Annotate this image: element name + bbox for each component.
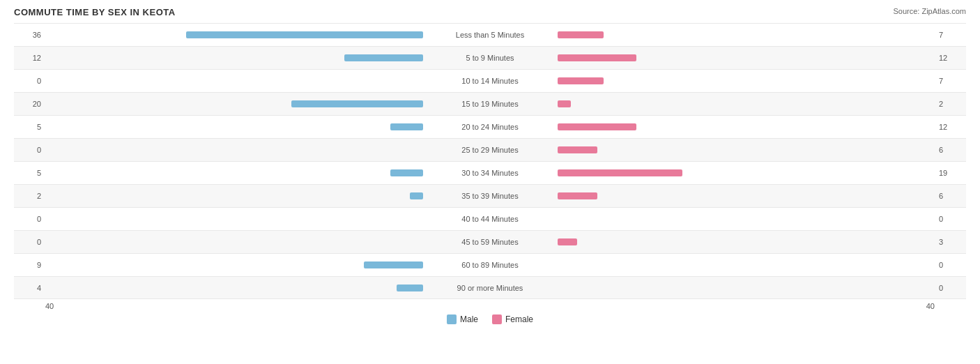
female-bar bbox=[558, 31, 604, 38]
male-value: 0 bbox=[14, 146, 45, 154]
legend-male-label: Male bbox=[460, 314, 478, 324]
chart-row: 12 5 to 9 Minutes 12 bbox=[14, 46, 966, 69]
male-value: 20 bbox=[14, 100, 45, 108]
row-label: 35 to 39 Minutes bbox=[426, 192, 555, 200]
female-bar bbox=[558, 54, 636, 61]
source-label: Source: ZipAtlas.com bbox=[893, 7, 966, 15]
male-bar bbox=[410, 192, 423, 199]
female-value: 0 bbox=[935, 284, 966, 292]
legend-male-box bbox=[447, 314, 457, 324]
male-bar bbox=[344, 54, 423, 61]
female-bar bbox=[558, 238, 577, 245]
female-value: 7 bbox=[935, 31, 966, 39]
female-value: 6 bbox=[935, 192, 966, 200]
legend-female-box bbox=[492, 314, 502, 324]
chart-row: 5 20 to 24 Minutes 12 bbox=[14, 115, 966, 138]
row-label: Less than 5 Minutes bbox=[426, 31, 555, 39]
male-value: 0 bbox=[14, 215, 45, 223]
female-bar bbox=[558, 146, 597, 153]
row-label: 60 to 89 Minutes bbox=[426, 261, 555, 269]
male-value: 5 bbox=[14, 169, 45, 177]
female-value: 6 bbox=[935, 146, 966, 154]
row-label: 25 to 29 Minutes bbox=[426, 146, 555, 154]
chart-row: 5 30 to 34 Minutes 19 bbox=[14, 161, 966, 184]
legend-female-label: Female bbox=[505, 314, 533, 324]
female-bar bbox=[558, 123, 636, 130]
male-value: 4 bbox=[14, 284, 45, 292]
row-label: 45 to 59 Minutes bbox=[426, 238, 555, 246]
male-bar bbox=[390, 123, 423, 130]
female-bar bbox=[558, 100, 571, 107]
row-label: 20 to 24 Minutes bbox=[426, 123, 555, 131]
female-bar bbox=[558, 192, 597, 199]
female-value: 12 bbox=[935, 123, 966, 131]
male-bar bbox=[291, 100, 423, 107]
legend: Male Female bbox=[14, 314, 966, 324]
axis-labels: 40 40 bbox=[14, 302, 966, 310]
chart-row: 0 25 to 29 Minutes 6 bbox=[14, 138, 966, 161]
row-label: 5 to 9 Minutes bbox=[426, 54, 555, 62]
chart-title: COMMUTE TIME BY SEX IN KEOTA bbox=[14, 7, 966, 17]
axis-right: 40 bbox=[926, 302, 935, 310]
chart-row: 0 10 to 14 Minutes 7 bbox=[14, 69, 966, 92]
female-bar bbox=[558, 169, 682, 176]
chart-row: 0 45 to 59 Minutes 3 bbox=[14, 230, 966, 253]
female-bar bbox=[558, 77, 604, 84]
male-value: 36 bbox=[14, 31, 45, 39]
female-value: 3 bbox=[935, 238, 966, 246]
row-label: 40 to 44 Minutes bbox=[426, 215, 555, 223]
row-label: 10 to 14 Minutes bbox=[426, 77, 555, 85]
legend-female: Female bbox=[492, 314, 533, 324]
female-value: 7 bbox=[935, 77, 966, 85]
chart-row: 20 15 to 19 Minutes 2 bbox=[14, 92, 966, 115]
axis-left: 40 bbox=[45, 302, 54, 310]
chart-row: 36 Less than 5 Minutes 7 bbox=[14, 23, 966, 46]
male-bar bbox=[390, 169, 423, 176]
row-label: 90 or more Minutes bbox=[426, 284, 555, 292]
female-value: 0 bbox=[935, 261, 966, 269]
row-label: 30 to 34 Minutes bbox=[426, 169, 555, 177]
male-value: 0 bbox=[14, 238, 45, 246]
chart-row: 2 35 to 39 Minutes 6 bbox=[14, 184, 966, 207]
chart-row: 9 60 to 89 Minutes 0 bbox=[14, 253, 966, 276]
male-bar bbox=[364, 261, 423, 268]
female-value: 12 bbox=[935, 54, 966, 62]
male-value: 9 bbox=[14, 261, 45, 269]
row-label: 15 to 19 Minutes bbox=[426, 100, 555, 108]
male-value: 5 bbox=[14, 123, 45, 131]
chart-row: 0 40 to 44 Minutes 0 bbox=[14, 207, 966, 230]
chart-container: COMMUTE TIME BY SEX IN KEOTA Source: Zip… bbox=[0, 0, 980, 364]
male-value: 12 bbox=[14, 54, 45, 62]
female-value: 2 bbox=[935, 100, 966, 108]
legend-male: Male bbox=[447, 314, 478, 324]
male-value: 0 bbox=[14, 77, 45, 85]
female-value: 0 bbox=[935, 215, 966, 223]
male-bar bbox=[397, 285, 423, 291]
chart-row: 4 90 or more Minutes 0 bbox=[14, 276, 966, 299]
female-value: 19 bbox=[935, 169, 966, 177]
male-value: 2 bbox=[14, 192, 45, 200]
male-bar bbox=[186, 31, 423, 38]
